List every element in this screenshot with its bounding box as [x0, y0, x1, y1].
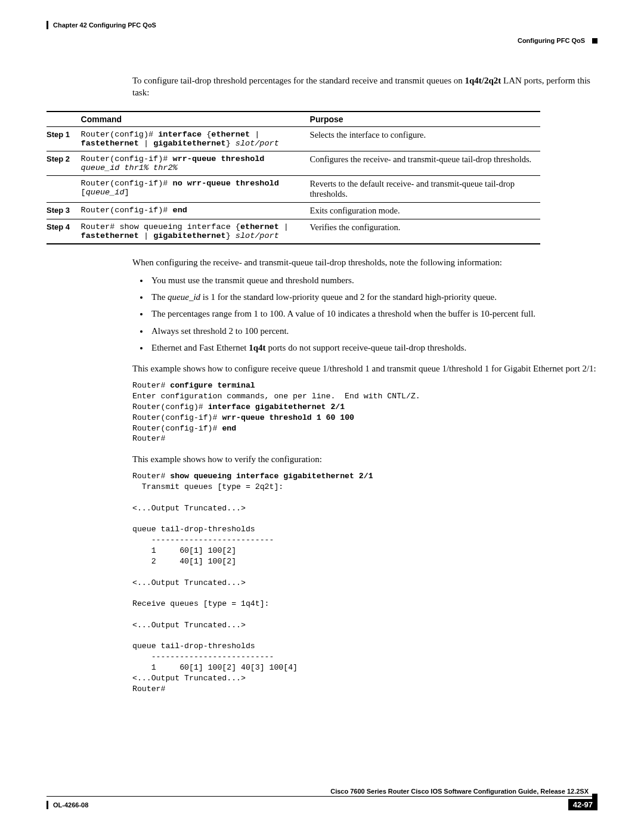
- step-cell: Step 4: [47, 219, 81, 244]
- table-row: Step 3Router(config-if)# endExits config…: [47, 203, 540, 219]
- step-cell: [47, 176, 81, 203]
- table-rule-bottom: [47, 244, 540, 244]
- footer: Cisco 7600 Series Router Cisco IOS Softw…: [47, 788, 597, 810]
- list-item: Always set threshold 2 to 100 percent.: [149, 325, 597, 337]
- header-square-icon: [592, 38, 597, 44]
- purpose-cell: Configures the receive- and transmit-que…: [310, 151, 540, 176]
- list-item: Ethernet and Fast Ethernet 1q4t ports do…: [149, 342, 597, 354]
- example1-block: Router# configure terminal Enter configu…: [132, 380, 597, 444]
- purpose-cell: Selects the interface to configure.: [310, 127, 540, 151]
- intro-paragraph: To configure tail-drop threshold percent…: [132, 75, 597, 99]
- step-cell: Step 2: [47, 151, 81, 176]
- step-cell: Step 3: [47, 203, 81, 219]
- list-item: You must use the transmit queue and thre…: [149, 274, 597, 286]
- page-number: 42-97: [568, 799, 597, 810]
- purpose-cell: Reverts to the default receive- and tran…: [310, 176, 540, 203]
- running-header: Chapter 42 Configuring PFC QoS Configuri…: [47, 21, 597, 45]
- intro-b: 1q4t/2q2t: [465, 76, 501, 85]
- table-row: Step 4Router# show queueing interface {e…: [47, 219, 540, 244]
- bullet-list: You must use the transmit queue and thre…: [132, 274, 597, 354]
- example1-intro: This example shows how to configure rece…: [132, 363, 597, 374]
- section-label: Configuring PFC QoS: [518, 36, 590, 45]
- col-purpose: Purpose: [310, 112, 540, 127]
- footer-guide-row: Cisco 7600 Series Router Cisco IOS Softw…: [47, 788, 597, 797]
- footer-guide: Cisco 7600 Series Router Cisco IOS Softw…: [330, 788, 589, 795]
- example2-block: Router# show queueing interface gigabite…: [132, 471, 597, 694]
- col-step: [47, 112, 81, 127]
- purpose-cell: Verifies the configuration.: [310, 219, 540, 244]
- command-table: Command Purpose Step 1Router(config)# in…: [47, 111, 540, 244]
- command-cell: Router(config-if)# end: [81, 203, 310, 219]
- page: Chapter 42 Configuring PFC QoS Configuri…: [0, 0, 644, 833]
- purpose-cell: Exits configuration mode.: [310, 203, 540, 219]
- intro-a: To configure tail-drop threshold percent…: [132, 76, 465, 85]
- col-command: Command: [81, 112, 310, 127]
- footer-square-icon: [592, 794, 597, 799]
- table-header-row: Command Purpose: [47, 112, 540, 127]
- table-row: Router(config-if)# no wrr-queue threshol…: [47, 176, 540, 203]
- footer-bottom-row: OL-4266-08 42-97: [47, 799, 597, 810]
- example2-intro: This example shows how to verify the con…: [132, 453, 597, 465]
- chapter-label: Chapter 42 Configuring PFC QoS: [47, 21, 597, 29]
- note-intro: When configuring the receive- and transm…: [132, 256, 597, 268]
- command-cell: Router(config-if)# no wrr-queue threshol…: [81, 176, 310, 203]
- body: To configure tail-drop threshold percent…: [132, 75, 597, 694]
- command-cell: Router(config-if)# wrr-queue threshold q…: [81, 151, 310, 176]
- step-cell: Step 1: [47, 127, 81, 151]
- section-label-row: Configuring PFC QoS: [47, 36, 597, 45]
- command-cell: Router(config)# interface {ethernet | fa…: [81, 127, 310, 151]
- command-cell: Router# show queueing interface {etherne…: [81, 219, 310, 244]
- table-row: Step 2Router(config-if)# wrr-queue thres…: [47, 151, 540, 176]
- list-item: The queue_id is 1 for the standard low-p…: [149, 291, 597, 303]
- table-row: Step 1Router(config)# interface {etherne…: [47, 127, 540, 151]
- footer-doc: OL-4266-08: [47, 801, 88, 809]
- list-item: The percentages range from 1 to 100. A v…: [149, 308, 597, 320]
